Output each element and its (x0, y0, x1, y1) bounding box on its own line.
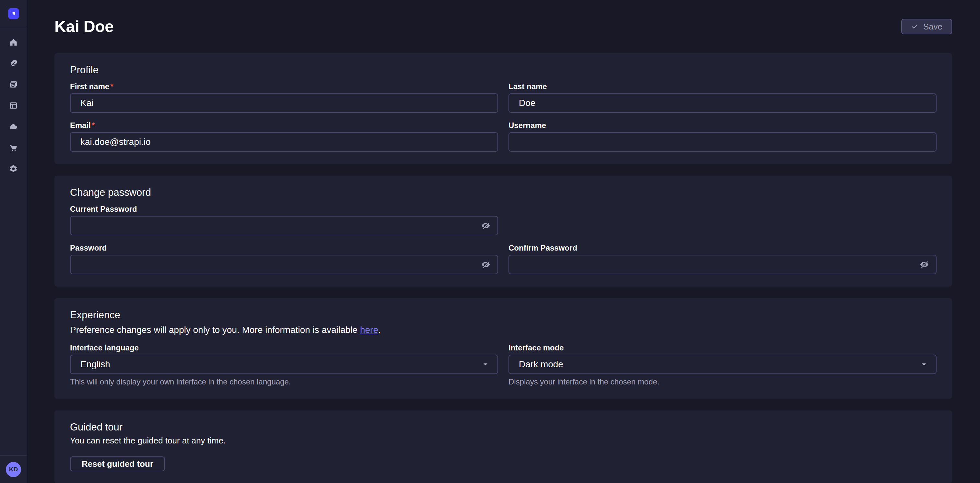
strapi-logo[interactable] (8, 8, 19, 19)
sidebar-item-content-manager[interactable] (0, 55, 27, 72)
confirm-password-input[interactable] (509, 255, 937, 274)
sidebar-item-home[interactable] (0, 34, 27, 51)
toggle-confirm-password-visibility-button[interactable] (919, 259, 929, 270)
more-information-link[interactable]: here (360, 325, 378, 335)
confirm-password-label-text: Confirm Password (509, 244, 577, 252)
email-label-text: Email (70, 121, 91, 130)
sidebar: KD (0, 0, 27, 483)
check-icon (911, 23, 919, 30)
media-library-icon (9, 80, 18, 89)
sidebar-item-marketplace[interactable] (0, 139, 27, 156)
feather-icon (9, 59, 18, 68)
sidebar-item-settings[interactable] (0, 160, 27, 177)
change-password-card-title: Change password (70, 187, 937, 198)
page-header: Kai Doe Save (54, 0, 952, 53)
last-name-label: Last name (509, 82, 937, 91)
interface-language-hint: This will only display your own interfac… (70, 377, 498, 386)
password-label-text: Password (70, 244, 107, 252)
interface-mode-field: Interface mode Dark mode Displays your i… (509, 344, 937, 386)
guided-tour-card: Guided tour You can reset the guided tou… (54, 410, 952, 483)
last-name-field: Last name (509, 82, 937, 113)
interface-language-select[interactable]: English (70, 355, 498, 374)
last-name-label-text: Last name (509, 82, 547, 91)
interface-mode-label: Interface mode (509, 344, 937, 352)
first-name-label-text: First name (70, 82, 109, 91)
current-password-input[interactable] (70, 216, 498, 235)
chevron-down-icon (482, 361, 489, 368)
profile-card-title: Profile (70, 64, 937, 76)
interface-mode-hint: Displays your interface in the chosen mo… (509, 377, 937, 386)
last-name-input[interactable] (509, 93, 937, 113)
email-label: Email* (70, 121, 498, 130)
interface-language-value: English (80, 359, 110, 370)
sidebar-item-cloud[interactable] (0, 118, 27, 135)
email-input[interactable] (70, 132, 498, 152)
sidebar-footer: KD (0, 456, 27, 483)
home-icon (9, 38, 18, 47)
avatar[interactable]: KD (6, 462, 21, 477)
interface-mode-value: Dark mode (519, 359, 563, 370)
sidebar-item-content-type-builder[interactable] (0, 97, 27, 114)
sidebar-nav (0, 27, 27, 456)
logo-section (0, 0, 27, 27)
experience-description-text: Preference changes will apply only to yo… (70, 325, 360, 335)
sidebar-item-media-library[interactable] (0, 76, 27, 93)
chevron-down-icon (920, 361, 928, 368)
username-label: Username (509, 121, 937, 130)
first-name-field: First name* (70, 82, 498, 113)
experience-card-title: Experience (70, 309, 937, 321)
experience-description: Preference changes will apply only to yo… (70, 325, 937, 335)
main-content: Kai Doe Save Profile First name* Last na… (27, 0, 980, 483)
profile-card: Profile First name* Last name (54, 53, 952, 164)
page-title: Kai Doe (54, 17, 114, 36)
interface-mode-label-text: Interface mode (509, 343, 564, 352)
reset-guided-tour-button[interactable]: Reset guided tour (70, 456, 165, 471)
eye-slash-icon (920, 260, 929, 269)
current-password-label: Current Password (70, 205, 498, 213)
current-password-label-text: Current Password (70, 204, 137, 213)
current-password-field: Current Password (70, 205, 498, 235)
password-input[interactable] (70, 255, 498, 274)
guided-tour-description: You can reset the guided tour at any tim… (70, 436, 937, 445)
interface-language-label-text: Interface language (70, 343, 139, 352)
eye-slash-icon (481, 260, 491, 269)
interface-language-field: Interface language English This will onl… (70, 344, 498, 386)
save-button-label: Save (923, 22, 942, 32)
guided-tour-card-title: Guided tour (70, 421, 937, 433)
password-field: Password (70, 244, 498, 274)
interface-language-label: Interface language (70, 344, 498, 352)
email-field: Email* (70, 121, 498, 152)
layout-icon (9, 101, 18, 110)
toggle-password-visibility-button[interactable] (480, 259, 491, 270)
required-mark: * (92, 121, 95, 130)
cloud-icon (9, 122, 18, 131)
grid-spacer (509, 205, 937, 235)
confirm-password-field: Confirm Password (509, 244, 937, 274)
change-password-card: Change password Current Password (54, 176, 952, 287)
eye-slash-icon (481, 221, 491, 231)
password-label: Password (70, 244, 498, 252)
save-button[interactable]: Save (901, 19, 952, 34)
first-name-input[interactable] (70, 93, 498, 113)
toggle-current-password-visibility-button[interactable] (480, 220, 491, 231)
experience-card: Experience Preference changes will apply… (54, 298, 952, 399)
experience-description-period: . (378, 325, 381, 335)
username-input[interactable] (509, 132, 937, 152)
username-field: Username (509, 121, 937, 152)
gear-icon (9, 164, 18, 173)
strapi-logo-icon (10, 10, 17, 17)
first-name-label: First name* (70, 82, 498, 91)
required-mark: * (110, 82, 113, 91)
username-label-text: Username (509, 121, 546, 130)
cart-icon (9, 143, 18, 152)
interface-mode-select[interactable]: Dark mode (509, 355, 937, 374)
confirm-password-label: Confirm Password (509, 244, 937, 252)
